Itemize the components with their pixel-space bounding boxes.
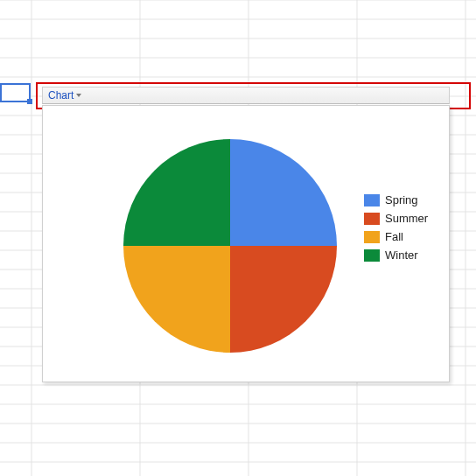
legend-swatch (364, 249, 380, 262)
legend-label: Summer (385, 212, 428, 225)
legend-label: Winter (385, 248, 418, 262)
legend-item: Winter (364, 248, 428, 262)
chart-toolbar[interactable]: Chart (42, 87, 450, 104)
active-cell[interactable] (0, 83, 31, 102)
chevron-down-icon (76, 94, 81, 97)
legend-label: Fall (385, 230, 403, 243)
legend-swatch (364, 231, 380, 243)
pie-slice (230, 139, 337, 246)
chart-panel[interactable]: Spring Summer Fall Winter (42, 105, 450, 382)
chart-menu-label: Chart (48, 89, 74, 102)
legend-item: Spring (364, 193, 428, 206)
legend-swatch (364, 194, 380, 206)
legend-item: Summer (364, 212, 428, 225)
cell-fill-handle[interactable] (27, 99, 32, 104)
legend-label: Spring (385, 193, 418, 206)
legend-item: Fall (364, 230, 428, 243)
legend-swatch (364, 213, 380, 225)
chart-legend: Spring Summer Fall Winter (364, 193, 428, 262)
pie-slice (123, 139, 230, 246)
pie-chart (123, 139, 337, 353)
pie-slice (230, 246, 337, 353)
pie-slice (123, 246, 230, 353)
